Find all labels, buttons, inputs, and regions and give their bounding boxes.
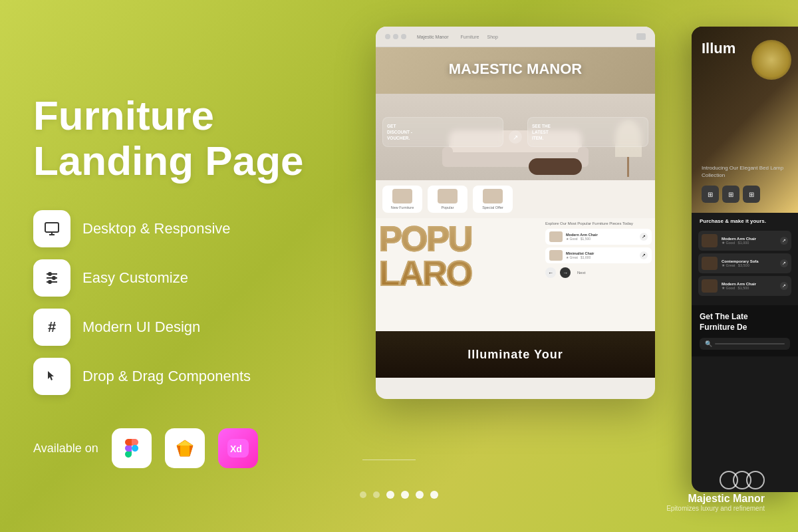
pagination-dot-2[interactable] — [373, 491, 380, 498]
categories-row: New Furniture Popular Special Offer — [376, 180, 655, 218]
nav-furniture: Furniture — [460, 35, 479, 39]
pagination-dot-6[interactable] — [430, 491, 438, 499]
popular-item-2[interactable]: Minimalist Chair ★ Great $1,600 ↗ — [545, 247, 652, 263]
pagination-dot-4[interactable] — [401, 491, 409, 499]
ui-icon: # — [33, 309, 70, 346]
xd-icon[interactable]: Xd — [218, 428, 258, 468]
mockup-header: Majestic Manor Furniture Shop — [376, 27, 655, 47]
right-item-1-info: Modern Arm Chair ★ Good $1,000 — [722, 237, 776, 245]
right-item-1-arrow: ↗ — [780, 237, 788, 245]
figma-icon[interactable] — [112, 428, 152, 468]
cat-new-img — [392, 189, 412, 203]
main-title: FurnitureLanding Page — [33, 93, 352, 184]
mockup-header-icons — [636, 33, 646, 40]
right-item-3-img — [702, 279, 718, 293]
popular-item-2-info: Minimalist Chair ★ Great $1,600 — [566, 251, 636, 259]
barcode-icon — [636, 33, 646, 40]
mockup-nav: Furniture Shop — [460, 35, 497, 39]
pagination-dot-3[interactable] — [386, 491, 394, 499]
lamp-info: Introducing Our Elegant Bed Lamp Collect… — [702, 164, 788, 203]
lamp-icon-3[interactable]: ⊞ — [743, 186, 760, 203]
hero-cta-area: GETDISCOUNT -VOUCHER. ↗ SEE THELATESTITE… — [382, 117, 648, 147]
right-section-label: Purchase & make it yours. — [692, 213, 798, 227]
right-item-1[interactable]: Modern Arm Chair ★ Good $1,000 ↗ — [698, 231, 791, 251]
popular-item-2-img — [549, 250, 563, 261]
hero-title: MAJESTIC MANOR — [376, 61, 655, 78]
right-item-3-arrow: ↗ — [780, 282, 788, 290]
right-item-3[interactable]: Modern Arm Chair ★ Good $1,500 ↗ — [698, 276, 791, 296]
brand-small: Majestic Manor — [417, 35, 448, 39]
glow-effect — [751, 40, 791, 80]
lamp-pole — [627, 157, 629, 177]
cat-popular-label: Popular — [433, 205, 462, 209]
search-input-bar — [715, 343, 785, 344]
right-items-list: Modern Arm Chair ★ Good $1,000 ↗ Contemp… — [692, 227, 798, 302]
lamp-action-icons: ⊞ ⊞ ⊞ — [702, 186, 788, 203]
drag-icon — [33, 358, 70, 395]
dot-3 — [401, 34, 406, 39]
desktop-icon — [33, 210, 70, 247]
right-item-2-price: ★ Great $3,500 — [722, 263, 776, 267]
popular-item-1-info: Modern Arm Chair ★ Good $1,500 — [566, 233, 636, 241]
popular-pagination: ← → Next — [545, 267, 652, 278]
feature-ui: # Modern UI Design — [33, 309, 352, 346]
popular-item-1[interactable]: Modern Arm Chair ★ Good $1,500 ↗ — [545, 229, 652, 245]
svg-text:Xd: Xd — [230, 444, 242, 454]
brand-name: Majestic Manor — [666, 493, 765, 505]
prev-button[interactable]: ← — [545, 267, 556, 278]
sketch-icon[interactable] — [165, 428, 205, 468]
svg-point-7 — [53, 277, 55, 279]
right-item-2-img — [702, 257, 718, 270]
feature-desktop: Desktop & Responsive — [33, 210, 352, 247]
right-item-1-img — [702, 234, 718, 247]
right-dark-section: Get The LateFurniture De 🔍 — [692, 305, 798, 356]
feature-ui-label: Modern UI Design — [82, 319, 200, 336]
cat-popular[interactable]: Popular — [428, 186, 467, 213]
customize-icon — [33, 259, 70, 297]
next-label: Next — [577, 271, 585, 275]
next-button[interactable]: → — [560, 267, 571, 278]
search-icon: 🔍 — [705, 340, 712, 347]
popular-item-1-arrow: ↗ — [640, 233, 648, 241]
right-item-3-price: ★ Good $1,500 — [722, 286, 776, 290]
feature-customize-label: Easy Customize — [82, 269, 188, 287]
popular-items: Explore Our Most Popular Furniture Piece… — [545, 221, 652, 278]
right-item-3-info: Modern Arm Chair ★ Good $1,500 — [722, 282, 776, 290]
cat-new[interactable]: New Furniture — [382, 186, 422, 213]
cta-latest[interactable]: SEE THELATESTITEM. — [527, 117, 648, 147]
mockup-dots — [385, 34, 406, 39]
popular-item-2-price: ★ Great $1,600 — [566, 255, 636, 259]
pagination-dot-5[interactable] — [416, 491, 424, 499]
pagination-dot-1[interactable] — [360, 491, 366, 498]
right-item-1-price: ★ Good $1,000 — [722, 241, 776, 245]
cat-new-label: New Furniture — [388, 205, 417, 209]
feature-desktop-label: Desktop & Responsive — [82, 220, 231, 237]
dot-1 — [385, 34, 390, 39]
brand-tagline: Epitomizes luxury and refinement — [666, 505, 765, 512]
sofa-arm-left — [442, 147, 453, 167]
available-section: Available on — [33, 428, 352, 468]
right-item-2[interactable]: Contemporary Sofa ★ Great $3,500 ↗ — [698, 253, 791, 273]
arrow-icon: ↗ — [513, 134, 518, 141]
coffee-table — [529, 158, 582, 175]
lamp-icon-1[interactable]: ⊞ — [702, 186, 719, 203]
right-item-2-info: Contemporary Sofa ★ Great $3,500 — [722, 259, 776, 267]
brand-rings — [666, 471, 765, 489]
svg-point-6 — [49, 273, 51, 275]
right-mockup: Illum Introducing Our Elegant Bed Lamp C… — [692, 27, 798, 492]
cat-popular-img — [438, 189, 458, 203]
svg-rect-0 — [45, 223, 59, 232]
lamp-icon-2[interactable]: ⊞ — [722, 186, 739, 203]
cta-discount-text: GETDISCOUNT -VOUCHER. — [387, 123, 499, 141]
right-search-bar[interactable]: 🔍 — [700, 338, 790, 350]
popular-item-2-arrow: ↗ — [640, 251, 648, 259]
center-mockup: Majestic Manor Furniture Shop MAJESTIC M… — [376, 27, 655, 399]
right-dark-title: Get The LateFurniture De — [700, 312, 790, 332]
popular-section: POPULARO Explore Our Most Popular Furnit… — [376, 218, 655, 331]
cta-discount[interactable]: GETDISCOUNT -VOUCHER. — [382, 117, 503, 147]
popular-section-title: Explore Our Most Popular Furniture Piece… — [545, 221, 652, 225]
brand-ring-3 — [746, 471, 765, 489]
available-text: Available on — [33, 442, 98, 456]
cat-special[interactable]: Special Offer — [473, 186, 513, 213]
cat-special-label: Special Offer — [478, 205, 507, 209]
